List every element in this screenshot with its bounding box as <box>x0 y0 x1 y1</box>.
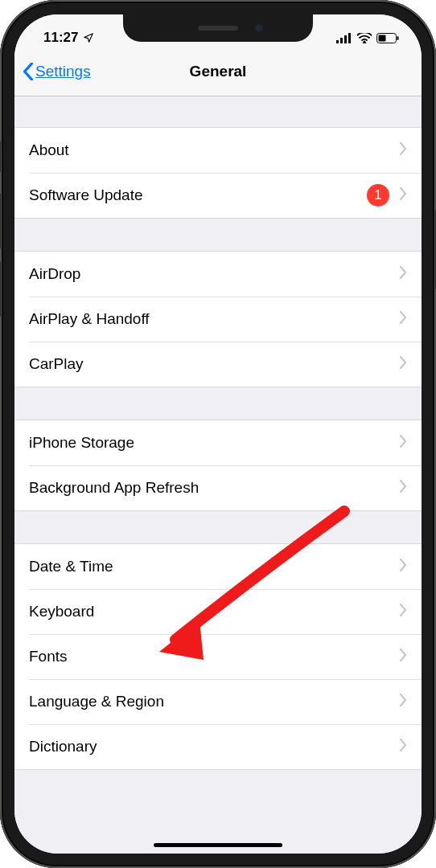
phone-frame: 11:27 Settings General AboutSoftware Upd… <box>0 0 436 868</box>
row-label: Software Update <box>29 186 367 204</box>
cellular-icon <box>336 33 352 43</box>
chevron-right-icon <box>399 649 407 665</box>
battery-icon <box>376 33 399 43</box>
row-label: Background App Refresh <box>29 479 399 497</box>
svg-rect-2 <box>344 35 347 43</box>
volume-down-button <box>0 261 1 317</box>
chevron-left-icon <box>23 63 34 80</box>
status-time: 11:27 <box>43 30 78 46</box>
row-label: About <box>29 141 399 159</box>
row-label: Keyboard <box>29 603 399 620</box>
row-background-app-refresh[interactable]: Background App Refresh <box>14 465 422 510</box>
row-label: Language & Region <box>29 693 399 710</box>
navigation-bar: Settings General <box>14 53 422 96</box>
back-button[interactable]: Settings <box>23 63 91 80</box>
settings-group: AboutSoftware Update1 <box>14 127 422 219</box>
row-about[interactable]: About <box>14 128 422 173</box>
row-software-update[interactable]: Software Update1 <box>14 173 422 218</box>
row-label: Dictionary <box>29 738 399 755</box>
chevron-right-icon <box>399 480 407 496</box>
row-airplay-handoff[interactable]: AirPlay & Handoff <box>14 297 422 342</box>
svg-rect-7 <box>397 36 399 40</box>
chevron-right-icon <box>399 142 407 158</box>
chevron-right-icon <box>399 266 407 282</box>
row-keyboard[interactable]: Keyboard <box>14 589 422 634</box>
chevron-right-icon <box>399 435 407 451</box>
row-iphone-storage[interactable]: iPhone Storage <box>14 420 422 465</box>
svg-rect-3 <box>348 33 351 43</box>
row-label: iPhone Storage <box>29 434 399 452</box>
mute-switch <box>0 141 1 173</box>
svg-rect-6 <box>379 35 386 41</box>
row-date-time[interactable]: Date & Time <box>14 544 422 589</box>
settings-list[interactable]: AboutSoftware Update1AirDropAirPlay & Ha… <box>14 96 422 854</box>
settings-group: AirDropAirPlay & HandoffCarPlay <box>14 251 422 387</box>
chevron-right-icon <box>399 694 407 710</box>
row-label: AirDrop <box>29 265 399 283</box>
settings-group: Date & TimeKeyboardFontsLanguage & Regio… <box>14 543 422 770</box>
chevron-right-icon <box>399 356 407 372</box>
row-airdrop[interactable]: AirDrop <box>14 252 422 297</box>
location-icon <box>83 32 94 43</box>
volume-up-button <box>0 193 1 249</box>
chevron-right-icon <box>399 604 407 620</box>
chevron-right-icon <box>399 559 407 575</box>
wifi-icon <box>357 33 372 43</box>
notch <box>123 14 313 42</box>
back-button-label: Settings <box>35 63 91 80</box>
chevron-right-icon <box>399 187 407 203</box>
row-label: CarPlay <box>29 355 399 373</box>
row-dictionary[interactable]: Dictionary <box>14 724 422 769</box>
row-label: Fonts <box>29 648 399 665</box>
row-carplay[interactable]: CarPlay <box>14 342 422 387</box>
chevron-right-icon <box>399 739 407 755</box>
notification-badge: 1 <box>367 184 389 207</box>
svg-point-4 <box>364 40 366 43</box>
row-label: Date & Time <box>29 558 399 575</box>
row-language-region[interactable]: Language & Region <box>14 679 422 724</box>
svg-rect-1 <box>340 38 343 43</box>
chevron-right-icon <box>399 311 407 327</box>
settings-group: iPhone StorageBackground App Refresh <box>14 420 422 511</box>
svg-rect-0 <box>336 40 339 43</box>
row-fonts[interactable]: Fonts <box>14 634 422 679</box>
home-indicator[interactable] <box>154 843 282 847</box>
row-label: AirPlay & Handoff <box>29 310 399 328</box>
screen: 11:27 Settings General AboutSoftware Upd… <box>14 14 422 854</box>
